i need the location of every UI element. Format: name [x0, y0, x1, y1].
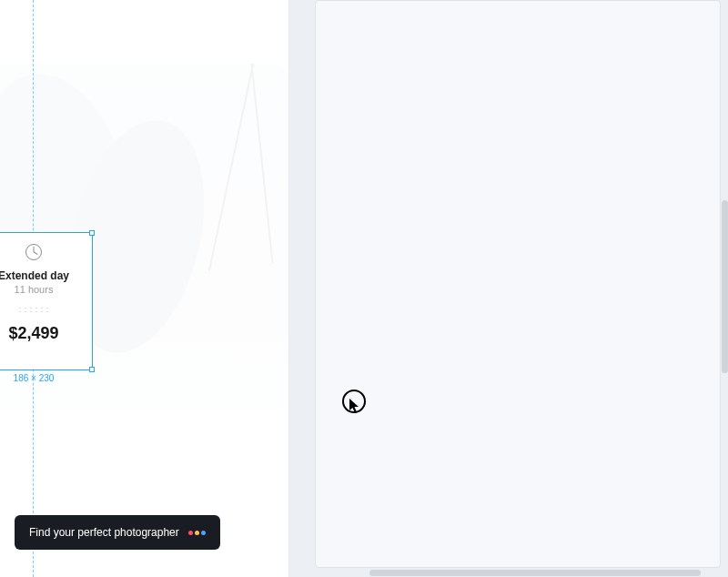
clock-icon [25, 244, 42, 260]
pricing-card-title: Extended day [0, 269, 69, 282]
pricing-card-subtitle: 11 hours [15, 284, 54, 295]
resize-handle-tr[interactable] [89, 230, 95, 236]
find-photographer-button[interactable]: Find your perfect photographer [15, 515, 220, 550]
design-canvas[interactable]: Extended day 11 hours $2,499 186 × 230 F… [0, 0, 289, 577]
resize-handle-br[interactable] [89, 367, 95, 372]
vertical-scrollbar[interactable] [722, 200, 728, 373]
cursor-arrow-icon [349, 398, 361, 414]
pricing-card-price: $2,499 [8, 324, 58, 343]
pricing-card-selected[interactable]: Extended day 11 hours $2,499 [0, 232, 93, 370]
preview-panel[interactable] [315, 0, 728, 577]
panel-gap [289, 0, 315, 577]
divider-icon [17, 308, 50, 315]
horizontal-scrollbar[interactable] [369, 570, 701, 576]
colored-dots-icon [188, 531, 206, 535]
cta-label: Find your perfect photographer [29, 526, 179, 539]
preview-frame[interactable] [315, 0, 721, 568]
selection-dimensions: 186 × 230 [0, 373, 93, 383]
